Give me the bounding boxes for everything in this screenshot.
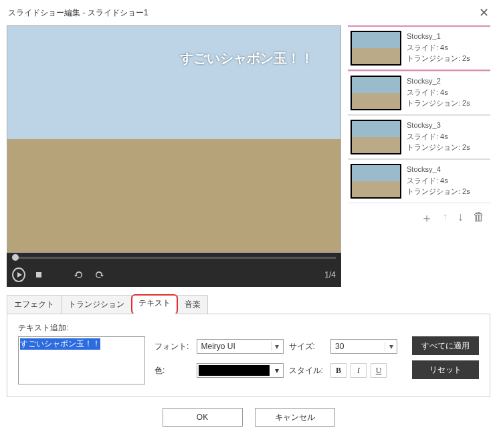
close-icon[interactable]: ✕ — [479, 5, 489, 20]
font-label: フォント: — [155, 341, 191, 352]
text-add-label: テキスト追加: — [18, 322, 479, 334]
apply-all-button[interactable]: すべてに適用 — [412, 336, 479, 355]
tab-music[interactable]: 音楽 — [177, 295, 208, 314]
thumbnail-image — [351, 164, 401, 199]
delete-slide-icon[interactable]: 🗑 — [473, 210, 485, 226]
thumb-name: Stocksy_2 — [407, 76, 470, 87]
move-up-icon[interactable]: ↑ — [442, 210, 448, 226]
thumbnail-image — [351, 120, 401, 154]
move-down-icon[interactable]: ↓ — [458, 210, 464, 226]
slide-counter: 1/4 — [324, 270, 336, 279]
preview-area: すごいシャボン玉！！ — [7, 25, 341, 253]
thumb-slide: スライド: 4s — [407, 131, 470, 142]
play-button[interactable] — [12, 268, 25, 282]
reset-button[interactable]: リセット — [412, 360, 479, 379]
tab-effect[interactable]: エフェクト — [7, 295, 62, 314]
size-select[interactable]: 30▾ — [330, 339, 397, 354]
color-label: 色: — [155, 365, 191, 376]
rotate-right-icon[interactable] — [92, 268, 106, 282]
style-label: スタイル: — [289, 365, 326, 376]
color-select[interactable]: ▾ — [197, 363, 284, 378]
bold-button[interactable]: B — [330, 363, 346, 378]
thumb-name: Stocksy_4 — [407, 164, 470, 175]
tab-transition[interactable]: トランジション — [61, 295, 132, 314]
thumb-slide: スライド: 4s — [407, 42, 470, 53]
thumbnail-image — [351, 76, 401, 110]
window-title: スライドショー編集 - スライドショー1 — [8, 7, 148, 19]
thumb-slide: スライド: 4s — [407, 175, 470, 187]
thumb-trans: トランジション: 2s — [407, 186, 470, 197]
size-label: サイズ: — [289, 341, 326, 352]
cancel-button[interactable]: キャンセル — [255, 408, 335, 427]
thumb-trans: トランジション: 2s — [407, 142, 470, 153]
thumb-item[interactable]: Stocksy_1 スライド: 4s トランジション: 2s — [348, 25, 490, 71]
overlay-text: すごいシャボン玉！！ — [180, 49, 314, 68]
rotate-left-icon[interactable] — [72, 268, 86, 282]
ok-button[interactable]: OK — [163, 408, 243, 427]
thumb-item[interactable]: Stocksy_2 スライド: 4s トランジション: 2s — [348, 71, 490, 115]
thumb-slide: スライド: 4s — [407, 87, 470, 98]
timeline-slider[interactable] — [7, 253, 341, 263]
thumb-name: Stocksy_1 — [407, 31, 470, 42]
thumb-trans: トランジション: 2s — [407, 98, 470, 109]
add-slide-icon[interactable]: ＋ — [421, 210, 433, 226]
thumb-name: Stocksy_3 — [407, 120, 470, 131]
thumbnail-image — [351, 31, 401, 66]
tab-text[interactable]: テキスト — [131, 294, 178, 314]
thumb-item[interactable]: Stocksy_4 スライド: 4s トランジション: 2s — [348, 159, 490, 203]
stop-button[interactable] — [32, 268, 45, 282]
font-select[interactable]: Meiryo UI▾ — [197, 339, 284, 354]
text-input[interactable]: すごいシャボン玉！！ — [18, 336, 145, 384]
italic-button[interactable]: I — [351, 363, 367, 378]
thumb-item[interactable]: Stocksy_3 スライド: 4s トランジション: 2s — [348, 115, 490, 159]
underline-button[interactable]: U — [371, 363, 387, 378]
thumb-trans: トランジション: 2s — [407, 53, 470, 64]
